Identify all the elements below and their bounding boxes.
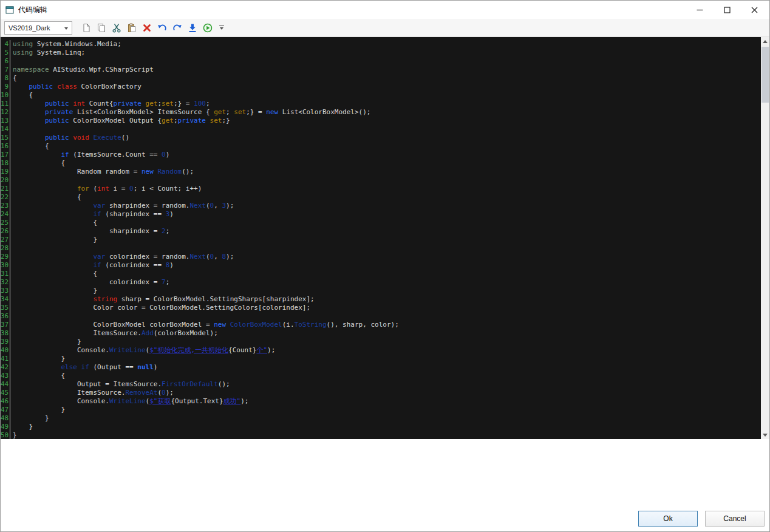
code-line: 31 {: [1, 270, 762, 278]
code-text: }: [13, 423, 33, 431]
line-number: 9: [1, 83, 10, 91]
code-text: {: [13, 372, 65, 380]
code-text: var sharpindex = random.Next(0, 3);: [13, 202, 234, 210]
code-line: 43 {: [1, 372, 762, 380]
code-line: 11 public int Count{private get;set;} = …: [1, 100, 762, 108]
code-line: 45 ItemsSource.RemoveAt(0);: [1, 389, 762, 397]
line-number: 13: [1, 117, 10, 125]
line-number: 4: [1, 40, 10, 49]
copy-icon[interactable]: [94, 20, 109, 36]
line-number: 39: [1, 338, 10, 346]
code-text: {: [13, 219, 97, 227]
code-line: 48 }: [1, 414, 762, 423]
code-line: 7namespace AIStudio.Wpf.CSharpScript: [1, 66, 762, 74]
line-number: 21: [1, 185, 10, 193]
close-icon[interactable]: [741, 1, 768, 19]
code-line: 24 if (sharpindex == 3): [1, 210, 762, 219]
code-text: }: [13, 355, 65, 363]
code-lines: 4using System.Windows.Media;5using Syste…: [1, 37, 762, 439]
line-number: 34: [1, 295, 10, 304]
minimize-icon[interactable]: [686, 1, 714, 19]
code-text: public class ColorBoxFactory: [13, 83, 141, 91]
chevron-down-icon: [64, 27, 69, 30]
line-number: 32: [1, 278, 10, 287]
code-text: Color color = ColorBoxModel.SettingColor…: [13, 304, 310, 312]
toolbar-overflow-icon[interactable]: [217, 20, 226, 36]
paste-icon[interactable]: [124, 20, 139, 36]
line-number: 30: [1, 261, 10, 270]
new-file-icon[interactable]: [78, 20, 94, 36]
code-text: Console.WriteLine($"初始化完成,一共初始化{Count}个"…: [13, 346, 275, 355]
cut-icon[interactable]: [109, 20, 124, 36]
line-number: 46: [1, 397, 10, 406]
line-number: 14: [1, 125, 10, 134]
line-number: 44: [1, 380, 10, 389]
line-number: 23: [1, 202, 10, 210]
code-line: 44 Output = ItemsSource.FirstOrDefault()…: [1, 380, 762, 389]
maximize-icon[interactable]: [714, 1, 741, 19]
code-line: 4using System.Windows.Media;: [1, 40, 762, 49]
code-text: {: [13, 193, 81, 202]
line-number: 40: [1, 346, 10, 355]
line-number: 19: [1, 168, 10, 176]
ok-button[interactable]: Ok: [638, 511, 698, 527]
run-icon[interactable]: [200, 20, 215, 36]
line-number: 7: [1, 66, 10, 74]
save-icon[interactable]: [185, 20, 200, 36]
code-line: 28: [1, 244, 762, 253]
code-text: sharpindex = 2;: [13, 227, 169, 236]
code-editor[interactable]: 4using System.Windows.Media;5using Syste…: [1, 37, 762, 439]
line-number: 41: [1, 355, 10, 363]
code-text: string sharp = ColorBoxModel.SettingShar…: [13, 295, 315, 304]
line-number: 29: [1, 253, 10, 261]
code-line: 17 if (ItemsSource.Count == 0): [1, 151, 762, 159]
code-line: 23 var sharpindex = random.Next(0, 3);: [1, 202, 762, 210]
redo-icon[interactable]: [169, 20, 185, 36]
code-line: 16 {: [1, 142, 762, 151]
code-line: 12 private List<ColorBoxModel> ItemsSour…: [1, 108, 762, 117]
editor-scrollbar[interactable]: [761, 37, 769, 439]
scrollbar-thumb[interactable]: [761, 47, 769, 103]
code-text: public ColorBoxModel Output {get;private…: [13, 117, 230, 125]
code-text: {: [13, 270, 97, 278]
code-line: 18 {: [1, 159, 762, 168]
line-number: 47: [1, 406, 10, 414]
code-line: 39 }: [1, 338, 762, 346]
code-line: 49 }: [1, 423, 762, 431]
delete-icon[interactable]: [139, 20, 154, 36]
code-line: 19 Random random = new Random();: [1, 168, 762, 176]
code-line: 22 {: [1, 193, 762, 202]
code-text: public int Count{private get;set;} = 100…: [13, 100, 210, 108]
title-bar: 代码编辑: [1, 1, 769, 19]
code-text: ItemsSource.Add(colorBoxModel);: [13, 329, 218, 338]
line-number: 16: [1, 142, 10, 151]
theme-selector[interactable]: VS2019_Dark: [4, 21, 72, 35]
code-text: public void Execute(): [13, 134, 129, 142]
code-line: 10 {: [1, 91, 762, 100]
line-number: 22: [1, 193, 10, 202]
code-text: using System.Linq;: [13, 49, 85, 57]
line-number: 24: [1, 210, 10, 219]
code-line: 34 string sharp = ColorBoxModel.SettingS…: [1, 295, 762, 304]
line-number: 27: [1, 236, 10, 244]
code-line: 33 }: [1, 287, 762, 295]
cancel-button[interactable]: Cancel: [705, 511, 765, 527]
line-number: 15: [1, 134, 10, 142]
code-line: 15 public void Execute(): [1, 134, 762, 142]
window-title: 代码编辑: [18, 5, 47, 15]
code-text: else if (Output == null): [13, 363, 157, 372]
line-number: 20: [1, 176, 10, 185]
line-number: 25: [1, 219, 10, 227]
scroll-down-icon[interactable]: [761, 431, 769, 439]
line-number: 36: [1, 312, 10, 321]
code-line: 36: [1, 312, 762, 321]
code-line: 41 }: [1, 355, 762, 363]
scroll-up-icon[interactable]: [761, 37, 769, 46]
code-line: 35 Color color = ColorBoxModel.SettingCo…: [1, 304, 762, 312]
code-line: 37 ColorBoxModel colorBoxModel = new Col…: [1, 321, 762, 329]
code-line: 38 ItemsSource.Add(colorBoxModel);: [1, 329, 762, 338]
theme-selector-value: VS2019_Dark: [9, 24, 50, 32]
code-line: 32 colorindex = 7;: [1, 278, 762, 287]
code-text: }: [13, 236, 97, 244]
undo-icon[interactable]: [154, 20, 169, 36]
